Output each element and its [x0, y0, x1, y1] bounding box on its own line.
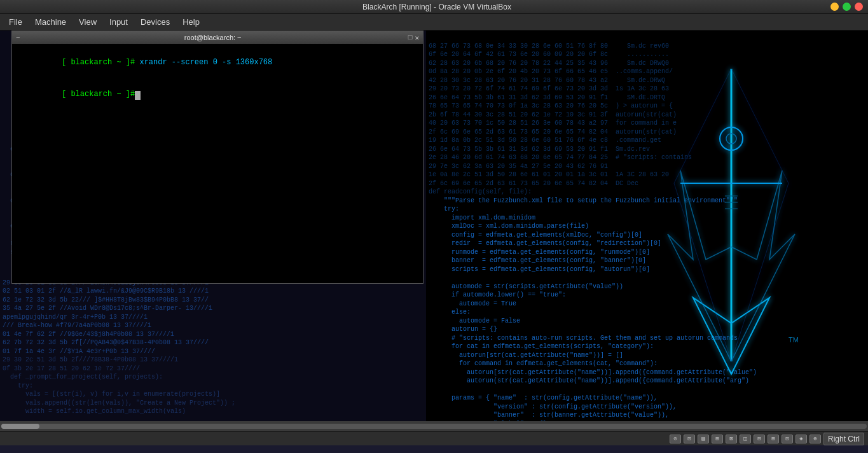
menu-file[interactable]: File	[3, 15, 29, 29]
menu-view[interactable]: View	[72, 15, 103, 29]
prompt-2: [ blackarch ~ ]#	[62, 90, 135, 99]
main-content: type(tpye): if type.member().virtualName…	[0, 31, 868, 445]
status-icon-9: ⊡	[782, 435, 793, 443]
status-icon-4: ⊞	[712, 435, 723, 443]
cmd-1: xrandr --screen 0 -s 1360x768	[135, 58, 272, 67]
terminal-title: root@blackarch: ~	[22, 34, 404, 41]
menubar: File Machine View Input Devices Help	[0, 14, 868, 31]
term-line-2: [ blackarch ~ ]#	[16, 78, 419, 110]
term-x[interactable]: ✕	[413, 34, 420, 42]
status-icon-7: ⊟	[754, 435, 765, 443]
menu-input[interactable]: Input	[103, 15, 134, 29]
right-ctrl-button[interactable]: Right Ctrl	[823, 433, 864, 445]
status-icon-6: ◫	[740, 435, 751, 443]
status-icon-3: ▤	[698, 435, 709, 443]
right-panel: 68 27 66 73 68 0e 34 33 30 28 6e 60 51 7…	[426, 31, 868, 445]
maximize-button[interactable]	[843, 3, 851, 11]
titlebar: BlackArch [Running] - Oracle VM VirtualB…	[0, 0, 868, 14]
status-icon-2: ⊡	[684, 435, 695, 443]
terminal-window[interactable]: − root@blackarch: ~ □ ✕ [ blackarch ~ ]#…	[11, 31, 424, 284]
menu-machine[interactable]: Machine	[29, 15, 72, 29]
terminal-titlebar: − root@blackarch: ~ □ ✕	[12, 31, 423, 44]
titlebar-controls	[830, 3, 863, 11]
prompt-1: [ blackarch ~ ]#	[62, 58, 135, 67]
term-close[interactable]: □	[407, 34, 414, 41]
status-icon-8: ⊞	[768, 435, 779, 443]
term-line-1: [ blackarch ~ ]# xrandr --screen 0 -s 13…	[16, 46, 419, 78]
cursor	[135, 91, 141, 100]
hex-dump: 68 27 66 73 68 0e 34 33 30 28 6e 60 51 7…	[426, 31, 868, 445]
left-panel: type(tpye): if type.member().virtualName…	[0, 31, 426, 445]
status-icon-11: ⊕	[809, 435, 821, 443]
menu-help[interactable]: Help	[176, 15, 206, 29]
terminal-content[interactable]: [ blackarch ~ ]# xrandr --screen 0 -s 13…	[12, 44, 423, 283]
minimize-button[interactable]	[830, 3, 839, 11]
close-button[interactable]	[855, 3, 863, 11]
status-icon-10: ◈	[796, 435, 807, 443]
term-minimize[interactable]: −	[15, 34, 22, 41]
bg-code-lower: 29 30 2c 51 3d 5b 2f// 28X8H49G&3$j8h4P0…	[0, 267, 426, 445]
status-icon-1: ⊙	[670, 435, 681, 443]
status-icon-5: ⊠	[726, 435, 737, 443]
menu-devices[interactable]: Devices	[134, 15, 176, 29]
titlebar-title: BlackArch [Running] - Oracle VM VirtualB…	[43, 3, 830, 11]
